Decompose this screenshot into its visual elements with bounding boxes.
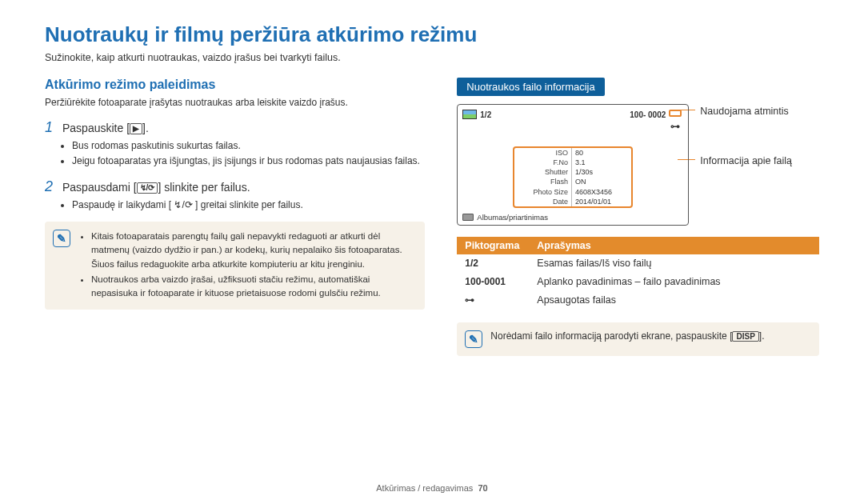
info-val: 80 [572, 148, 632, 158]
note-text-a: Norėdami failo informaciją parodyti ekra… [490, 330, 732, 342]
foot-label: Albumas/priartinimas [477, 213, 548, 222]
lock-icon: ⊶ [670, 121, 680, 132]
info-val: 4608X3456 [572, 187, 632, 197]
step-text-b: ]. [142, 122, 149, 134]
play-icon: ▶ [130, 123, 142, 134]
section-sub: Peržiūrėkite fotoaparate įrašytas nuotra… [45, 97, 425, 108]
callouts: Naudojama atmintis Informacija apie fail… [700, 104, 819, 226]
bullet: Jeigu fotoaparatas yra išjungtas, jis įs… [72, 154, 425, 168]
step-text-a: Paspauskite [ [62, 122, 130, 134]
info-key: Photo Size [514, 187, 571, 197]
note-box-right: ✎ Norėdami failo informaciją parodyti ek… [457, 322, 819, 356]
table-row: 1/2 Esamas failas/Iš viso failų [457, 254, 819, 273]
step-2-bullets: Paspaudę ir laikydami [ ↯/⟳ ] greitai sl… [62, 198, 425, 212]
info-val: 1/30s [572, 167, 632, 177]
info-val: ON [572, 177, 632, 186]
file-info-panel: ISO80 F.No3.1 Shutter1/30s FlashON Photo… [513, 146, 633, 208]
info-val: 2014/01/01 [572, 197, 632, 206]
legend-icon: 100-0001 [457, 272, 529, 290]
page-footer: Atkūrimas / redagavimas 70 [0, 483, 864, 493]
step-number: 1 [45, 119, 56, 136]
table-row: 100-0001 Aplanko pavadinimas – failo pav… [457, 272, 819, 290]
file-counter: 1/2 [480, 110, 491, 119]
screen-footer: Albumas/priartinimas [462, 213, 683, 222]
footer-text: Atkūrimas / redagavimas [376, 483, 473, 493]
nav-icons: ↯/⟳ [137, 182, 158, 194]
page-title: Nuotraukų ir filmų peržiūra atkūrimo rež… [45, 22, 819, 47]
key-icon [462, 214, 474, 221]
info-key: ISO [514, 148, 571, 158]
step-text: Paspausdami [↯/⟳] slinkite per failus. [62, 181, 250, 194]
step-text-b: ] slinkite per failus. [158, 181, 250, 194]
note-bullet: Kitais fotoaparatais parengtų failų gali… [91, 230, 414, 271]
legend-desc: Esamas failas/Iš viso failų [529, 254, 819, 273]
note-text-b: ]. [759, 330, 765, 342]
file-name: 100- 0002 [630, 110, 666, 119]
bullet: Bus rodomas paskutinis sukurtas failas. [72, 139, 425, 153]
step-1: 1 Paspauskite [▶]. [45, 119, 425, 136]
legend-icon: 1/2 [457, 254, 529, 273]
disp-button-label: DISP [732, 331, 758, 342]
table-row: ⊶ Apsaugotas failas [457, 290, 819, 309]
legend-table: Piktograma Aprašymas 1/2 Esamas failas/I… [457, 237, 819, 310]
callout-memory: Naudojama atmintis [700, 106, 819, 117]
thumbnail-icon [462, 110, 477, 119]
info-key: Date [514, 197, 571, 206]
note-icon: ✎ [465, 330, 482, 348]
section-heading: Atkūrimo režimo paleidimas [45, 78, 425, 92]
legend-header-icon: Piktograma [457, 237, 529, 254]
memory-icon [669, 110, 682, 117]
legend-desc: Apsaugotas failas [529, 290, 819, 309]
info-key: Flash [514, 177, 571, 186]
page-number: 70 [478, 483, 487, 493]
step-1-bullets: Bus rodomas paskutinis sukurtas failas. … [62, 139, 425, 169]
step-number: 2 [45, 178, 56, 195]
note-bullet: Nuotraukos arba vaizdo įrašai, užfiksuot… [91, 273, 414, 301]
step-text-a: Paspausdami [ [62, 181, 137, 194]
legend-header-desc: Aprašymas [529, 237, 819, 254]
info-pill: Nuotraukos failo informacija [457, 78, 604, 96]
legend-desc: Aplanko pavadinimas – failo pavadinimas [529, 272, 819, 290]
step-2: 2 Paspausdami [↯/⟳] slinkite per failus. [45, 178, 425, 195]
info-val: 3.1 [572, 158, 632, 167]
info-key: Shutter [514, 167, 571, 177]
info-key: F.No [514, 158, 571, 167]
step-text: Paspauskite [▶]. [62, 122, 149, 134]
callout-fileinfo: Informacija apie failą [700, 155, 819, 166]
bullet: Paspaudę ir laikydami [ ↯/⟳ ] greitai sl… [72, 198, 425, 212]
legend-icon: ⊶ [457, 290, 529, 309]
note-icon: ✎ [53, 230, 70, 247]
camera-screen: 1/2 100- 0002 ⊶ ISO80 F.No3.1 Shutter1/3… [457, 104, 689, 226]
intro-text: Sužinokite, kaip atkurti nuotraukas, vai… [45, 52, 819, 63]
note-box-left: ✎ Kitais fotoaparatais parengtų failų ga… [45, 222, 425, 310]
